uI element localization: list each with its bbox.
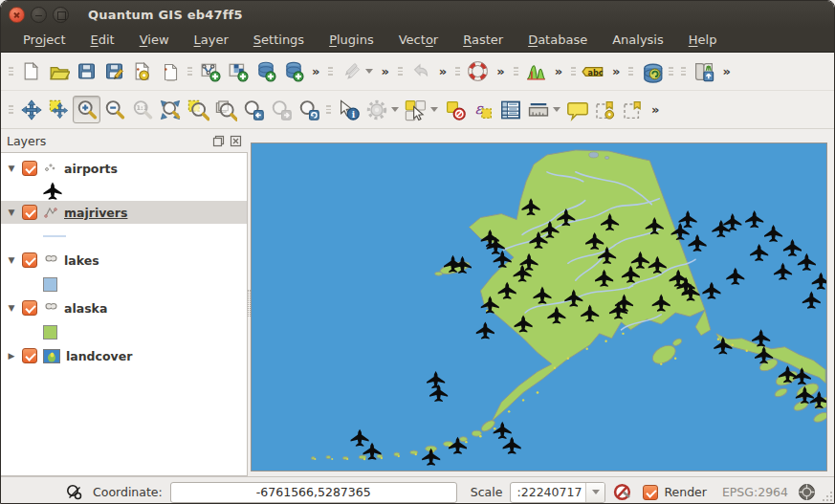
render-checkbox[interactable] [643,485,658,500]
layer-row-airports[interactable]: ▼ airports [1,157,247,180]
select-features-button[interactable] [402,96,429,123]
select-by-expression-button[interactable]: ε [469,96,496,123]
toolbar-grip[interactable] [7,61,15,82]
toolbar-overflow[interactable]: » [492,64,509,78]
zoom-to-layer-button[interactable] [211,96,239,123]
collapse-arrow-icon[interactable]: ▼ [7,208,16,217]
toggle-extents-icon[interactable] [66,484,83,501]
toolbar-overflow[interactable]: » [307,64,324,78]
save-project-as-button[interactable] [100,57,128,85]
toolbar-grip[interactable] [396,61,405,82]
run-feature-action-button[interactable] [363,96,390,123]
window-minimize-button[interactable] [31,7,47,23]
dock-close-icon[interactable] [230,135,242,147]
window-maximize-button[interactable] [53,7,69,23]
layer-row-alaska[interactable]: ▼ alaska [1,296,247,319]
toolbar-overflow[interactable]: » [434,64,451,78]
toolbar-grip[interactable] [186,61,194,82]
menu-database[interactable]: Database [516,29,600,51]
add-spatialite-layer-button[interactable] [279,57,307,85]
zoom-to-selection-button[interactable] [184,96,211,123]
toolbar-grip[interactable] [626,61,635,82]
zoom-full-extent-button[interactable] [156,96,184,123]
toolbar-grip[interactable] [324,99,333,121]
raster-histogram-button[interactable] [522,57,550,85]
deselect-all-button[interactable] [441,96,469,123]
menu-edit[interactable]: Edit [78,29,127,51]
dock-float-icon[interactable] [212,135,225,147]
add-vector-layer-button[interactable] [196,57,224,85]
toolbar-grip[interactable] [667,61,675,82]
crs-status-button[interactable] [798,483,816,501]
measure-line-button[interactable] [524,96,552,123]
composer-manager-button[interactable] [156,57,184,85]
resize-grip[interactable] [822,491,833,502]
feature-action-dropdown-arrow[interactable] [391,107,399,112]
coordinate-input[interactable] [170,482,457,503]
layer-checkbox[interactable] [22,205,37,220]
layer-checkbox[interactable] [22,252,37,268]
undo-button[interactable] [407,57,434,85]
toolbar-overflow[interactable]: » [717,64,735,78]
collapse-arrow-icon[interactable]: ▼ [7,164,16,173]
measure-dropdown-arrow[interactable] [553,107,560,112]
collapse-arrow-icon[interactable]: ▼ [7,303,16,313]
identify-features-button[interactable]: i [335,96,363,123]
editing-dropdown-arrow[interactable] [365,69,373,74]
help-contents-button[interactable] [464,57,492,85]
save-project-button[interactable] [73,57,100,85]
new-bookmark-button[interactable] [591,96,619,123]
layer-row-majrivers[interactable]: ▼ majrivers [1,201,247,224]
menu-analysis[interactable]: Analysis [600,29,676,51]
collapse-arrow-icon[interactable]: ▼ [7,255,16,265]
zoom-out-button[interactable] [100,96,128,123]
menu-plugins[interactable]: Plugins [317,29,386,51]
menu-layer[interactable]: Layer [182,29,241,51]
labeling-button[interactable]: abc [580,57,607,85]
grass-tools-button[interactable] [690,57,717,85]
map-canvas[interactable] [251,142,827,471]
window-close-button[interactable] [9,7,25,23]
toolbar-overflow[interactable]: » [376,64,393,78]
layer-checkbox[interactable] [22,300,37,316]
show-bookmarks-button[interactable] [619,96,647,123]
toolbar-overflow[interactable]: » [550,64,567,78]
scale-dropdown-button[interactable] [585,483,604,502]
zoom-next-button[interactable] [267,96,295,123]
toolbar-grip[interactable] [679,61,688,82]
refresh-map-button[interactable] [295,96,322,123]
new-project-button[interactable] [17,57,45,85]
map-tips-button[interactable] [563,96,591,123]
toolbar-grip[interactable] [569,61,578,82]
toggle-editing-button[interactable] [337,57,364,85]
expand-arrow-icon[interactable]: ▶ [7,351,16,361]
zoom-actual-size-button[interactable]: 1:1 [128,96,156,123]
zoom-in-button[interactable] [73,96,100,123]
layer-row-lakes[interactable]: ▼ lakes [1,249,247,272]
toolbar-grip[interactable] [512,61,520,82]
menu-project[interactable]: Project [11,29,78,51]
layer-checkbox[interactable] [22,348,37,363]
layer-checkbox[interactable] [22,161,37,176]
menu-help[interactable]: Help [676,29,730,51]
pan-map-button[interactable] [17,96,45,123]
database-export-button[interactable] [637,57,665,85]
select-dropdown-arrow[interactable] [430,107,438,112]
toolbar-grip[interactable] [7,99,15,121]
open-attribute-table-button[interactable] [496,96,524,123]
add-postgis-layer-button[interactable] [252,57,279,85]
toolbar-grip[interactable] [453,61,462,82]
add-raster-layer-button[interactable] [224,57,252,85]
menu-view[interactable]: View [127,29,182,51]
open-project-button[interactable] [45,57,73,85]
stop-render-icon[interactable] [613,482,633,502]
pan-to-selected-button[interactable] [45,96,73,123]
toolbar-overflow[interactable]: » [647,102,664,117]
menu-vector[interactable]: Vector [386,29,450,51]
menu-raster[interactable]: Raster [450,29,516,51]
scale-combo[interactable]: :22240717 [510,482,605,503]
toolbar-overflow[interactable]: » [607,64,625,78]
layer-row-landcover[interactable]: ▶ landcover [1,344,247,367]
new-print-composer-button[interactable] [128,57,156,85]
menu-settings[interactable]: Settings [241,29,317,51]
